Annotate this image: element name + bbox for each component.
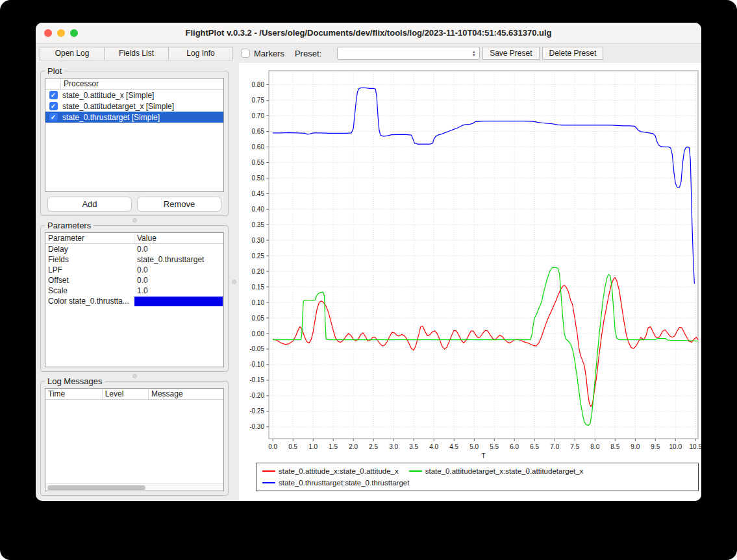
plot-list: Processor ✓state_0.attitude_x [Simple]✓s…	[45, 78, 224, 192]
parameters-rows: Delay0.0Fieldsstate_0.thrusttargetLPF0.0…	[45, 244, 223, 306]
svg-text:0.55: 0.55	[252, 159, 265, 166]
plot-list-row[interactable]: ✓state_0.thrusttarget [Simple]	[45, 112, 223, 123]
svg-text:9.5: 9.5	[651, 443, 660, 450]
plot-group-title: Plot	[45, 66, 64, 76]
combobox-stepper-icon: ▲▼	[469, 48, 478, 58]
minimize-button[interactable]	[57, 29, 65, 37]
svg-text:0.75: 0.75	[252, 97, 265, 104]
zoom-button[interactable]	[70, 29, 78, 37]
svg-text:0.20: 0.20	[252, 268, 265, 275]
plot-list-row[interactable]: ✓state_0.attitude_x [Simple]	[45, 90, 223, 101]
parameter-name: Fields	[45, 255, 134, 264]
parameter-name: Scale	[45, 286, 134, 295]
svg-text:-0.25: -0.25	[249, 408, 264, 415]
titlebar: FlightPlot v.0.3.2 - /Users/oleg/Documen…	[36, 23, 701, 43]
open-log-button[interactable]: Open Log	[40, 47, 105, 60]
svg-text:-0.20: -0.20	[249, 392, 264, 399]
log-info-button[interactable]: Log Info	[168, 47, 233, 60]
add-button[interactable]: Add	[47, 197, 132, 212]
parameter-name: Offset	[45, 276, 134, 285]
main-area: Plot Processor ✓state_0.attitude_x [Simp…	[36, 63, 701, 501]
horizontal-scrollbar[interactable]	[45, 483, 223, 491]
svg-text:-0.15: -0.15	[249, 376, 264, 383]
parameter-row[interactable]: Delay0.0	[45, 244, 223, 254]
plot-row-label: state_0.attitude_x [Simple]	[61, 91, 154, 100]
row-checkbox[interactable]: ✓	[45, 102, 61, 110]
svg-text:10.0: 10.0	[669, 443, 682, 450]
row-checkbox[interactable]: ✓	[45, 91, 61, 99]
vertical-splitter[interactable]	[229, 63, 239, 501]
close-button[interactable]	[44, 29, 52, 37]
svg-text:9.0: 9.0	[631, 443, 640, 450]
parameter-row[interactable]: Color state_0.thrustta...	[45, 296, 223, 306]
remove-button[interactable]: Remove	[137, 197, 221, 212]
parameter-row[interactable]: Scale1.0	[45, 286, 223, 296]
log-messages-group: Log Messages Time Level Message	[40, 381, 229, 496]
plot-group: Plot Processor ✓state_0.attitude_x [Simp…	[40, 71, 229, 216]
markers-label: Markers	[254, 49, 284, 58]
markers-checkbox[interactable]	[241, 49, 250, 58]
color-swatch[interactable]	[134, 297, 223, 306]
checkbox-checked-icon: ✓	[49, 102, 58, 110]
log-messages-group-title: Log Messages	[45, 376, 105, 386]
svg-text:0.70: 0.70	[252, 112, 265, 119]
scrollbar-thumb[interactable]	[47, 485, 145, 490]
parameter-value: 0.0	[134, 265, 223, 274]
svg-text:4.0: 4.0	[429, 443, 438, 450]
svg-text:1.5: 1.5	[329, 443, 338, 450]
svg-text:0.25: 0.25	[252, 252, 265, 260]
legend-label: state_0.attitude_x:state_0.attitude_x	[279, 467, 399, 475]
save-preset-button[interactable]: Save Preset	[482, 47, 539, 60]
preset-combobox[interactable]: ▲▼	[337, 47, 480, 60]
parameter-row[interactable]: Offset0.0	[45, 275, 223, 286]
log-messages-body	[45, 400, 223, 483]
svg-text:0.35: 0.35	[252, 221, 265, 228]
parameters-group: Parameters Parameter Value Delay0.0Field…	[40, 225, 229, 372]
checkbox-checked-icon: ✓	[49, 91, 58, 99]
parameter-row[interactable]: LPF0.0	[45, 265, 223, 275]
svg-text:-0.05: -0.05	[249, 345, 264, 352]
row-checkbox[interactable]: ✓	[45, 113, 61, 121]
x-axis-label: T	[481, 452, 485, 459]
svg-text:0.10: 0.10	[252, 299, 265, 306]
chart-panel: 0.00.51.01.52.02.53.03.54.04.55.05.56.06…	[239, 63, 701, 501]
toolbar: Open Log Fields List Log Info Markers Pr…	[36, 43, 701, 63]
parameter-name: LPF	[45, 265, 134, 274]
svg-text:-0.30: -0.30	[249, 423, 264, 430]
delete-preset-button[interactable]: Delete Preset	[542, 47, 604, 60]
plot-row-label: state_0.thrusttarget [Simple]	[61, 113, 160, 122]
parameter-value: 0.0	[134, 245, 223, 254]
svg-text:0.40: 0.40	[252, 206, 265, 213]
fields-list-button[interactable]: Fields List	[104, 47, 169, 60]
svg-text:0.60: 0.60	[252, 143, 265, 151]
parameter-value: 0.0	[134, 276, 223, 285]
svg-text:6.5: 6.5	[530, 443, 539, 450]
svg-text:5.5: 5.5	[490, 443, 499, 450]
plot-row-label: state_0.attitudetarget_x [Simple]	[61, 102, 174, 111]
desktop-background: FlightPlot v.0.3.2 - /Users/oleg/Documen…	[0, 0, 737, 560]
plot-list-header: Processor	[45, 79, 223, 90]
svg-text:7.0: 7.0	[550, 443, 559, 450]
svg-text:0.45: 0.45	[252, 190, 265, 197]
window-controls	[44, 23, 78, 43]
plot-list-row[interactable]: ✓state_0.attitudetarget_x [Simple]	[45, 101, 223, 112]
log-messages-table-header: Time Level Message	[45, 389, 223, 400]
svg-text:10.5: 10.5	[690, 443, 701, 450]
checkbox-column-header	[45, 79, 61, 89]
svg-text:0.0: 0.0	[268, 443, 277, 450]
checkbox-checked-icon: ✓	[49, 113, 58, 121]
parameter-column-header: Parameter	[45, 233, 134, 243]
svg-text:3.0: 3.0	[389, 443, 398, 450]
value-column-header: Value	[134, 233, 156, 243]
svg-text:0.15: 0.15	[252, 284, 265, 291]
parameters-table: Parameter Value Delay0.0Fieldsstate_0.th…	[45, 232, 224, 367]
flight-plot-chart[interactable]: 0.00.51.01.52.02.53.03.54.04.55.05.56.06…	[239, 64, 701, 461]
parameter-value: 1.0	[134, 286, 223, 295]
preset-label: Preset:	[295, 49, 321, 58]
parameter-row[interactable]: Fieldsstate_0.thrusttarget	[45, 254, 223, 265]
plot-buttons-row: Add Remove	[45, 192, 224, 212]
parameters-group-title: Parameters	[45, 221, 94, 230]
svg-text:0.80: 0.80	[252, 81, 265, 88]
parameters-table-header: Parameter Value	[45, 233, 223, 244]
log-messages-table: Time Level Message	[45, 388, 224, 491]
